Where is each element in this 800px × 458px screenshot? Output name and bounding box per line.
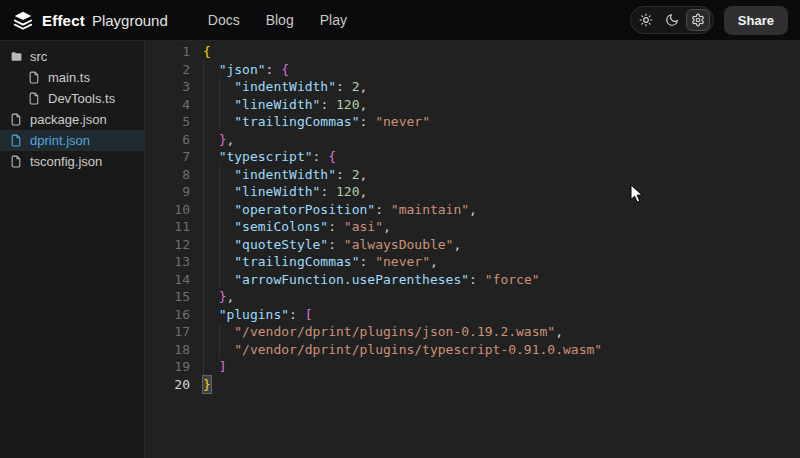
sidebar-item-src[interactable]: src [0, 46, 144, 67]
line-number: 15 [145, 288, 190, 306]
line-number: 19 [145, 358, 190, 376]
code-token: , [226, 288, 234, 306]
line-number: 4 [145, 96, 190, 114]
code-editor[interactable]: 1{2"json": {3"indentWidth": 2,4"lineWidt… [145, 41, 800, 458]
header: Effect Playground Docs Blog Play [0, 0, 800, 41]
code-line[interactable]: 16"plugins": [ [145, 306, 800, 324]
folder-icon [10, 50, 23, 63]
line-content: "json": { [203, 61, 289, 79]
code-token: ] [219, 358, 227, 376]
indent-guide [219, 236, 235, 254]
code-line[interactable]: 8"indentWidth": 2, [145, 166, 800, 184]
brand[interactable]: Effect Playground [12, 9, 168, 31]
code-line[interactable]: 20} [145, 376, 800, 394]
code-token: } [203, 376, 211, 394]
code-token: "asi" [344, 218, 383, 236]
indent-guide [219, 201, 235, 219]
file-icon [10, 134, 23, 147]
code-line[interactable]: 9"lineWidth": 120, [145, 183, 800, 201]
code-line[interactable]: 12"quoteStyle": "alwaysDouble", [145, 236, 800, 254]
code-token: [ [305, 306, 313, 324]
line-content: ] [203, 358, 226, 376]
indent-guide [203, 288, 219, 306]
indent-guide [219, 78, 235, 96]
sidebar-item-dprint-json[interactable]: dprint.json [0, 130, 144, 151]
code-line[interactable]: 1{ [145, 43, 800, 61]
nav-docs[interactable]: Docs [208, 12, 240, 28]
nav-blog[interactable]: Blog [266, 12, 294, 28]
code-line[interactable]: 11"semiColons": "asi", [145, 218, 800, 236]
code-token: { [281, 61, 289, 79]
nav-play[interactable]: Play [320, 12, 347, 28]
line-number: 16 [145, 306, 190, 324]
indent-guide [203, 183, 219, 201]
line-content: "lineWidth": 120, [203, 183, 367, 201]
line-content: "lineWidth": 120, [203, 96, 367, 114]
code-token: 120 [336, 96, 359, 114]
code-token: { [203, 43, 211, 61]
code-token: 120 [336, 183, 359, 201]
code-token: : [469, 271, 485, 289]
code-line[interactable]: 6}, [145, 131, 800, 149]
code-line[interactable]: 15}, [145, 288, 800, 306]
code-line[interactable]: 17"/vendor/dprint/plugins/json-0.19.2.wa… [145, 323, 800, 341]
indent-guide [203, 253, 219, 271]
indent-guide [219, 323, 235, 341]
sidebar-item-tsconfig-json[interactable]: tsconfig.json [0, 151, 144, 172]
workspace: srcmain.tsDevTools.tspackage.jsondprint.… [0, 41, 800, 458]
line-number: 17 [145, 323, 190, 341]
code-token: "/vendor/dprint/plugins/typescript-0.91.… [234, 341, 602, 359]
line-content: { [203, 43, 211, 61]
code-token: : [320, 96, 336, 114]
code-token: "maintain" [391, 201, 469, 219]
code-line[interactable]: 18"/vendor/dprint/plugins/typescript-0.9… [145, 341, 800, 359]
code-token: "never" [375, 253, 430, 271]
code-token: : [375, 201, 391, 219]
code-line[interactable]: 7"typescript": { [145, 148, 800, 166]
sidebar-item-package-json[interactable]: package.json [0, 109, 144, 130]
indent-guide [203, 306, 219, 324]
brand-name: Effect [42, 12, 85, 29]
line-content: "/vendor/dprint/plugins/json-0.19.2.wasm… [203, 323, 563, 341]
theme-light-button[interactable] [634, 9, 658, 31]
code-line[interactable]: 10"operatorPosition": "maintain", [145, 201, 800, 219]
indent-guide [203, 131, 219, 149]
line-number: 18 [145, 341, 190, 359]
code-token: , [555, 323, 563, 341]
line-number: 2 [145, 61, 190, 79]
code-line[interactable]: 4"lineWidth": 120, [145, 96, 800, 114]
code-lines: 1{2"json": {3"indentWidth": 2,4"lineWidt… [145, 43, 800, 393]
share-button[interactable]: Share [724, 6, 788, 35]
indent-guide [219, 96, 235, 114]
effect-logo-icon [12, 9, 34, 31]
file-icon [10, 113, 23, 126]
line-number: 12 [145, 236, 190, 254]
code-token: : [313, 148, 329, 166]
sidebar-item-devtools-ts[interactable]: DevTools.ts [0, 88, 144, 109]
sidebar-item-main-ts[interactable]: main.ts [0, 67, 144, 88]
indent-guide [203, 341, 219, 359]
effect-playground-app: Effect Playground Docs Blog Play [0, 0, 800, 458]
code-token: "semiColons" [234, 218, 328, 236]
code-line[interactable]: 5"trailingCommas": "never" [145, 113, 800, 131]
code-line[interactable]: 2"json": { [145, 61, 800, 79]
line-content: }, [203, 288, 234, 306]
theme-system-button[interactable] [686, 9, 710, 31]
indent-guide [203, 96, 219, 114]
code-token: : [266, 61, 282, 79]
code-token: 2 [352, 166, 360, 184]
code-line[interactable]: 19] [145, 358, 800, 376]
code-token: : [289, 306, 305, 324]
code-line[interactable]: 3"indentWidth": 2, [145, 78, 800, 96]
code-token: "plugins" [219, 306, 289, 324]
code-line[interactable]: 13"trailingCommas": "never", [145, 253, 800, 271]
code-token: } [219, 288, 227, 306]
code-token: 2 [352, 78, 360, 96]
code-token: "alwaysDouble" [344, 236, 454, 254]
indent-guide [219, 218, 235, 236]
code-token: , [360, 96, 368, 114]
code-token: , [360, 166, 368, 184]
code-line[interactable]: 14"arrowFunction.useParentheses": "force… [145, 271, 800, 289]
theme-dark-button[interactable] [660, 9, 684, 31]
line-content: "quoteStyle": "alwaysDouble", [203, 236, 461, 254]
